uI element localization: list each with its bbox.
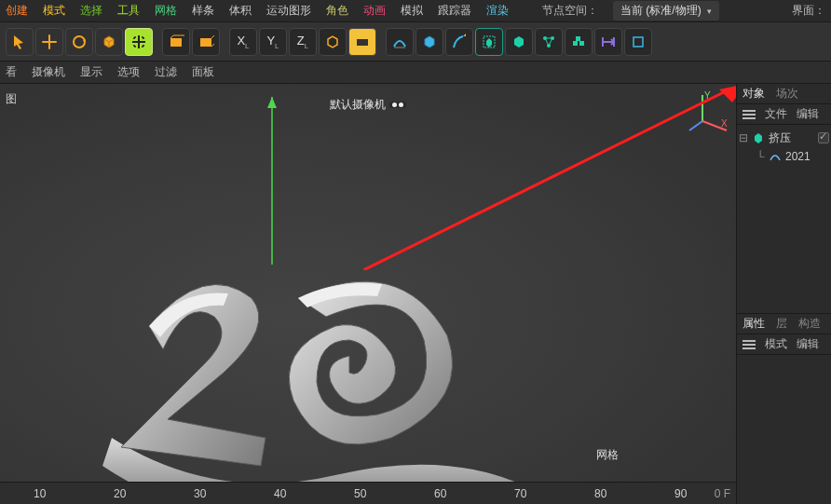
prim-cube-icon[interactable] xyxy=(319,28,347,56)
extruded-text-shape xyxy=(93,252,578,504)
objects-menu-file[interactable]: 文件 xyxy=(765,106,787,122)
svg-point-0 xyxy=(74,36,85,48)
ruler-tick: 30 xyxy=(194,487,206,500)
extrude-icon xyxy=(752,131,765,144)
frame-temp-label: 0 F xyxy=(715,487,730,500)
nodespace-label: 节点空间： xyxy=(542,3,598,19)
objects-panel-menu: 文件 编辑 xyxy=(737,104,831,125)
nodespace-value: 当前 (标准/物理) xyxy=(620,3,702,19)
svg-rect-8 xyxy=(573,41,578,46)
subbar-display[interactable]: 显示 xyxy=(80,64,102,80)
menu-animation[interactable]: 动画 xyxy=(363,3,386,19)
move-plus-icon[interactable] xyxy=(35,28,63,56)
interface-label: 界面： xyxy=(792,3,825,19)
attr-menu-mode[interactable]: 模式 xyxy=(765,336,787,352)
hamburger-icon[interactable] xyxy=(742,110,756,119)
cube-icon[interactable] xyxy=(95,28,123,56)
bend-icon[interactable] xyxy=(386,28,414,56)
menu-volume[interactable]: 体积 xyxy=(229,3,252,19)
tab-objects[interactable]: 对象 xyxy=(742,86,765,102)
cursor-arrow-icon[interactable] xyxy=(6,28,34,56)
tab-attributes[interactable]: 属性 xyxy=(742,316,765,332)
svg-rect-10 xyxy=(576,36,580,41)
spline-icon xyxy=(769,150,782,163)
attributes-panel-menu: 模式 编辑 xyxy=(737,334,831,355)
object-tree: ⊟ 挤压 └ 2021 xyxy=(737,125,831,311)
tree-row-extrude[interactable]: ⊟ 挤压 xyxy=(739,129,829,147)
axis-x-label: X xyxy=(721,118,728,129)
orthobox2-icon[interactable] xyxy=(192,28,220,56)
tab-layer[interactable]: 层 xyxy=(776,316,787,332)
viewport-name-label: 图 xyxy=(6,91,17,107)
subbar-options[interactable]: 选项 xyxy=(117,64,140,80)
tree-row-2021[interactable]: └ 2021 xyxy=(739,147,829,166)
gap-arrow-icon[interactable] xyxy=(594,28,622,56)
ruler-tick: 10 xyxy=(34,487,46,500)
subbar-filter[interactable]: 过滤 xyxy=(155,64,177,80)
menu-role[interactable]: 角色 xyxy=(326,3,348,19)
cube-outline-icon[interactable] xyxy=(416,28,443,56)
menu-mesh[interactable]: 网格 xyxy=(155,3,177,19)
ruler-tick: 50 xyxy=(354,487,366,500)
tree-label-2021: 2021 xyxy=(785,150,811,163)
navigation-gizmo[interactable]: Y X xyxy=(686,89,730,134)
ruler-tick: 20 xyxy=(114,487,126,500)
axis-z-icon[interactable]: ZL xyxy=(289,28,317,56)
menu-select[interactable]: 选择 xyxy=(80,3,102,19)
tab-struct[interactable]: 构造 xyxy=(798,316,821,332)
chevron-down-icon: ▾ xyxy=(707,7,712,16)
svg-rect-1 xyxy=(170,38,182,47)
viewport-3d[interactable]: 图 默认摄像机 xyxy=(0,84,736,504)
svg-line-15 xyxy=(689,121,702,130)
menu-simulation[interactable]: 模拟 xyxy=(401,3,423,19)
stack-cubes-icon[interactable] xyxy=(565,28,593,56)
bound-box-icon[interactable] xyxy=(475,28,503,56)
visibility-checkbox[interactable] xyxy=(818,132,829,143)
rotate-icon[interactable] xyxy=(65,28,93,56)
ruler-tick: 60 xyxy=(434,487,446,500)
tree-leaf-icon: └ xyxy=(756,150,765,163)
menu-create[interactable]: 创建 xyxy=(6,3,28,19)
tab-scenes[interactable]: 场次 xyxy=(776,86,798,102)
svg-rect-9 xyxy=(579,41,584,46)
camera-switch-icon[interactable] xyxy=(389,102,406,108)
grid-label: 网格 xyxy=(596,447,619,463)
axis-y-icon[interactable]: YL xyxy=(259,28,287,56)
menu-render[interactable]: 渲染 xyxy=(486,3,509,19)
menu-mode[interactable]: 模式 xyxy=(43,3,65,19)
expander-icon[interactable]: ⊟ xyxy=(739,131,748,144)
nodespace-dropdown[interactable]: 当前 (标准/物理) ▾ xyxy=(613,1,719,20)
objects-menu-edit[interactable]: 编辑 xyxy=(797,106,819,122)
transform-selected-icon[interactable] xyxy=(125,28,153,56)
axis-x-icon[interactable]: XL xyxy=(229,28,257,56)
bevel-cube-icon[interactable] xyxy=(505,28,533,56)
ruler-tick: 40 xyxy=(274,487,286,500)
extra-tool-icon[interactable] xyxy=(624,28,652,56)
main-toolbar: XL YL ZL xyxy=(0,22,831,61)
menu-curve[interactable]: 样条 xyxy=(192,3,214,19)
time-ruler[interactable]: 10 20 30 40 50 60 70 80 90 0 F xyxy=(0,482,736,504)
attr-menu-edit[interactable]: 编辑 xyxy=(797,336,819,352)
menu-motion[interactable]: 运动图形 xyxy=(266,3,311,19)
subbar-view[interactable]: 看 xyxy=(6,64,17,80)
svg-rect-2 xyxy=(200,38,211,47)
camera-label[interactable]: 默认摄像机 xyxy=(330,97,406,113)
attributes-panel-tabs: 属性 层 构造 xyxy=(737,314,831,334)
yellow-plane-icon[interactable] xyxy=(348,28,376,56)
molecule-icon[interactable] xyxy=(535,28,563,56)
objects-panel-tabs: 对象 场次 xyxy=(737,84,831,104)
hamburger-icon[interactable] xyxy=(742,340,756,349)
menu-tool[interactable]: 工具 xyxy=(117,3,140,19)
viewport-subbar: 看 摄像机 显示 选项 过滤 面板 xyxy=(0,61,831,84)
pen-edit-icon[interactable] xyxy=(445,28,473,56)
menu-tracker[interactable]: 跟踪器 xyxy=(438,3,471,19)
svg-rect-3 xyxy=(357,39,368,46)
subbar-panel[interactable]: 面板 xyxy=(192,64,214,80)
orthobox-icon[interactable] xyxy=(162,28,190,56)
subbar-camera[interactable]: 摄像机 xyxy=(32,64,65,80)
attributes-panel: 属性 层 构造 模式 编辑 xyxy=(737,313,831,504)
ruler-tick: 80 xyxy=(594,487,606,500)
axis-y-arrow-icon xyxy=(263,97,281,265)
ruler-tick: 90 xyxy=(674,487,687,500)
main-menubar: 创建 模式 选择 工具 网格 样条 体积 运动图形 角色 动画 模拟 跟踪器 渲… xyxy=(0,0,831,22)
